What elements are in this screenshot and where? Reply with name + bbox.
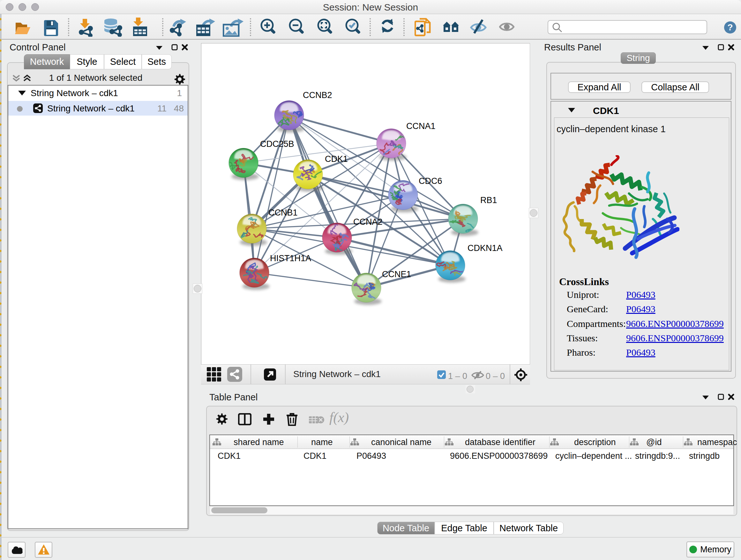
svg-text:CCNB2: CCNB2 <box>303 90 332 100</box>
svg-text:CCNB1: CCNB1 <box>268 208 298 217</box>
svg-text:CCNA2: CCNA2 <box>353 217 383 227</box>
svg-text:CDC25B: CDC25B <box>260 139 294 149</box>
svg-text:CDC6: CDC6 <box>419 176 442 186</box>
svg-text:CCNE1: CCNE1 <box>382 269 411 279</box>
svg-text:CDKN1A: CDKN1A <box>468 243 502 253</box>
svg-text:?: ? <box>727 22 733 32</box>
svg-text:HIST1H1A: HIST1H1A <box>270 253 311 263</box>
svg-text:RB1: RB1 <box>480 195 497 205</box>
svg-text:CDK1: CDK1 <box>325 154 348 164</box>
svg-text:CCNA1: CCNA1 <box>406 121 435 131</box>
